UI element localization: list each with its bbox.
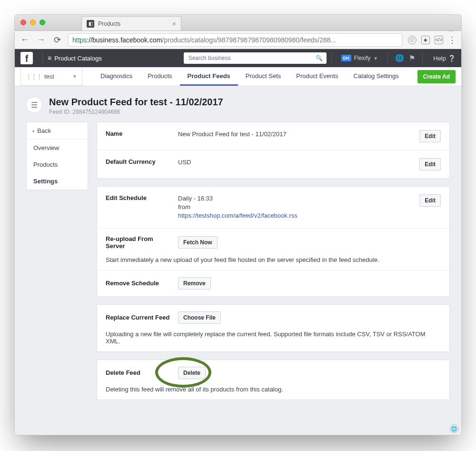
help-label: Help [433, 55, 446, 62]
window-zoom-icon[interactable] [40, 20, 45, 25]
fb-logo-icon[interactable]: f [20, 52, 33, 64]
catalog-name: test [44, 73, 54, 80]
page-title: New Product Feed for test - 11/02/2017 [49, 97, 223, 108]
catalog-tabs: Diagnostics Products Product Feeds Produ… [93, 67, 407, 86]
side-back-button[interactable]: ‹ Back [27, 122, 88, 140]
row-edit-schedule: Edit Schedule Daily - 16:33 from https:/… [97, 187, 449, 229]
browser-window: ◧ Products × ← → ⟳ https://business.face… [14, 14, 462, 435]
name-value: New Product Feed for test - 11/02/2017 [178, 130, 414, 139]
account-badge: DH [341, 55, 351, 61]
nav-reload-button[interactable]: ⟳ [52, 35, 62, 45]
info-icon[interactable]: ⓘ [408, 36, 416, 44]
replace-label: Replace Current Feed [106, 314, 172, 321]
sidebar-item-products[interactable]: Products [27, 156, 88, 173]
currency-label: Default Currency [106, 158, 172, 165]
tab-product-sets[interactable]: Product Sets [238, 67, 288, 86]
card-delete-feed: Delete Feed Delete Deleting this feed wi… [97, 360, 450, 400]
url-host: ://business.facebook.com [87, 36, 162, 44]
edit-currency-button[interactable]: Edit [419, 158, 441, 170]
account-name: Flexify [354, 55, 371, 61]
extension-devtools-icon[interactable]: </> [435, 36, 443, 44]
edit-schedule-button[interactable]: Edit [419, 194, 441, 207]
tab-diagnostics[interactable]: Diagnostics [93, 67, 140, 86]
schedule-time: Daily - 16:33 [178, 195, 213, 202]
tab-title: Products [98, 20, 169, 27]
choose-file-button[interactable]: Choose File [178, 311, 221, 324]
row-replace-feed: Replace Current Feed Choose File Uploadi… [97, 305, 449, 351]
divider [42, 52, 43, 64]
search-icon[interactable]: 🔍 [316, 55, 323, 61]
fetch-now-button[interactable]: Fetch Now [178, 236, 218, 249]
browser-tab[interactable]: ◧ Products × [81, 16, 181, 30]
row-currency: Default Currency USD Edit [97, 150, 449, 178]
row-reupload: Re-upload From Server Fetch Now Start im… [97, 229, 449, 271]
chevron-down-icon: ▼ [373, 56, 378, 61]
extension-shield-icon[interactable]: ◆ [421, 36, 430, 44]
nav-forward-button: → [36, 35, 46, 45]
page-body: ☰ New Product Feed for test - 11/02/2017… [15, 86, 461, 411]
hamburger-icon[interactable]: ≡ [48, 54, 51, 62]
url-path: /products/catalogs/98798798798709809809​… [162, 36, 336, 44]
back-label: Back [37, 127, 51, 134]
chevron-down-icon: ▼ [72, 74, 77, 79]
topbar-section-title[interactable]: Product Catalogs [54, 55, 102, 62]
catalog-selector[interactable]: ⋮⋮⋮test ▼ [20, 67, 82, 86]
main-content: Name New Product Feed for test - 11/02/2… [97, 122, 450, 400]
browser-toolbar: ← → ⟳ https://business.facebook.com/prod… [15, 31, 461, 49]
delete-description: Deleting this feed will remove all of it… [106, 386, 441, 393]
card-basic-settings: Name New Product Feed for test - 11/02/2… [97, 122, 450, 179]
divider [422, 52, 423, 64]
reupload-description: Start immediately a new upload of your f… [106, 256, 441, 263]
browser-menu-button[interactable]: ⋮ [448, 35, 456, 45]
tab-product-events[interactable]: Product Events [288, 67, 346, 86]
grip-icon: ⋮⋮⋮ [26, 73, 41, 80]
card-schedule: Edit Schedule Daily - 16:33 from https:/… [97, 186, 450, 297]
divider [387, 52, 388, 64]
tab-products[interactable]: Products [140, 67, 179, 86]
tab-close-icon[interactable]: × [172, 20, 176, 28]
divider [331, 52, 332, 64]
schedule-from: from [178, 203, 190, 210]
window-controls [20, 20, 45, 25]
browser-tabstrip: ◧ Products × [15, 15, 461, 31]
nav-back-button[interactable]: ← [20, 35, 30, 45]
window-minimize-icon[interactable] [30, 20, 36, 25]
reupload-label: Re-upload From Server [106, 235, 172, 250]
schedule-value: Daily - 16:33 from https://testshop.com/… [178, 194, 414, 220]
card-replace-feed: Replace Current Feed Choose File Uploadi… [97, 304, 450, 352]
row-name: Name New Product Feed for test - 11/02/2… [97, 122, 449, 150]
edit-name-button[interactable]: Edit [419, 130, 441, 142]
chevron-left-icon: ‹ [32, 127, 34, 134]
sidebar-item-settings[interactable]: Settings [27, 173, 88, 190]
page-viewport: f ≡ Product Catalogs 🔍 DH Flexify ▼ 🌐 ⚑ … [15, 49, 461, 435]
row-delete-feed: Delete Feed Delete Deleting this feed wi… [97, 360, 449, 400]
schedule-url-link[interactable]: https://testshop.com/a/feed/v2/facebook.… [178, 212, 298, 219]
help-button[interactable]: Help ❔ [433, 55, 456, 62]
page-header: ☰ New Product Feed for test - 11/02/2017… [26, 97, 450, 115]
address-bar[interactable]: https://business.facebook.com/products/c… [68, 33, 402, 47]
tab-product-feeds[interactable]: Product Feeds [180, 67, 238, 86]
flag-icon[interactable]: ⚑ [409, 54, 415, 62]
window-close-icon[interactable] [20, 20, 26, 25]
tab-catalog-settings[interactable]: Catalog Settings [346, 67, 406, 86]
help-icon: ❔ [448, 55, 456, 62]
account-switcher[interactable]: DH Flexify ▼ [341, 55, 378, 61]
browser-extensions: ⓘ ◆ </> ⋮ [408, 35, 456, 45]
globe-icon[interactable]: 🌐 [395, 54, 404, 62]
remove-schedule-button[interactable]: Remove [178, 277, 211, 290]
create-ad-button[interactable]: Create Ad [417, 70, 456, 83]
currency-value: USD [178, 158, 414, 167]
side-nav: ‹ Back Overview Products Settings [26, 122, 88, 190]
replace-description: Uploading a new file will completely rep… [106, 331, 441, 345]
feed-id-label: Feed ID: 288475124904686 [49, 109, 223, 115]
row-remove-schedule: Remove Schedule Remove [97, 271, 449, 296]
sidebar-item-overview[interactable]: Overview [27, 140, 88, 156]
search-business-input[interactable]: 🔍 [184, 52, 327, 64]
name-label: Name [106, 130, 172, 137]
url-scheme: https [72, 36, 87, 44]
delete-label: Delete Feed [106, 369, 172, 376]
delete-feed-button[interactable]: Delete [178, 367, 206, 379]
locale-globe-icon[interactable]: 🌐 [450, 424, 458, 433]
search-input[interactable] [188, 54, 316, 62]
remove-schedule-label: Remove Schedule [106, 280, 172, 287]
